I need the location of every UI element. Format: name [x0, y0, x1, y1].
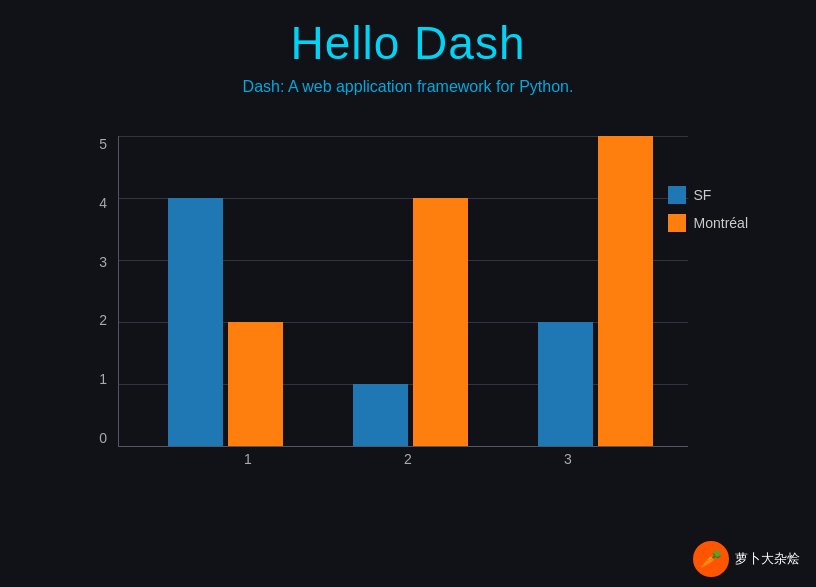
y-label-4: 4 [99, 195, 113, 211]
bar-g2-sf [353, 384, 408, 446]
bars-chart [118, 136, 688, 446]
legend-label-sf: SF [694, 187, 712, 203]
y-label-0: 0 [99, 430, 113, 446]
page-subtitle: Dash: A web application framework for Py… [243, 78, 574, 96]
x-label-2: 2 [404, 451, 412, 467]
bar-g3-montreal [598, 136, 653, 446]
watermark-text: 萝卜大杂烩 [735, 550, 800, 568]
x-axis-line [118, 446, 688, 447]
legend-item-sf: SF [668, 186, 748, 204]
bar-g2-montreal [413, 198, 468, 446]
page-wrapper: Hello Dash Dash: A web application frame… [0, 0, 816, 587]
x-label-1: 1 [244, 451, 252, 467]
bar-g1-montreal [228, 322, 283, 446]
legend-color-montreal [668, 214, 686, 232]
chart-legend: SF Montréal [668, 186, 748, 232]
x-axis-labels: 1 2 3 [118, 451, 688, 467]
legend-item-montreal: Montréal [668, 214, 748, 232]
y-label-2: 2 [99, 312, 113, 328]
y-label-3: 3 [99, 254, 113, 270]
watermark: 🥕 萝卜大杂烩 [693, 541, 800, 577]
legend-color-sf [668, 186, 686, 204]
x-label-3: 3 [564, 451, 572, 467]
y-axis-labels: 5 4 3 2 1 0 [68, 136, 113, 446]
watermark-icon: 🥕 [693, 541, 729, 577]
legend-label-montreal: Montréal [694, 215, 748, 231]
chart-container: 5 4 3 2 1 0 [68, 126, 748, 506]
bar-g1-sf [168, 198, 223, 446]
bar-g3-sf [538, 322, 593, 446]
page-title: Hello Dash [291, 16, 526, 70]
y-label-1: 1 [99, 371, 113, 387]
y-label-5: 5 [99, 136, 113, 152]
